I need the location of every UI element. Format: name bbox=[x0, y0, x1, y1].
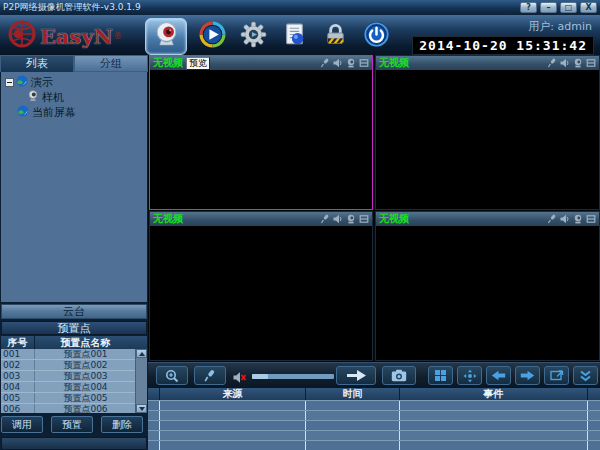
maximize-button[interactable]: □ bbox=[560, 2, 577, 13]
arrow-right-icon bbox=[520, 370, 535, 381]
preset-row[interactable]: 004 预置点004 bbox=[1, 382, 147, 393]
video-pane-2[interactable]: 无视频 bbox=[375, 55, 600, 210]
logo-text: EasyN bbox=[40, 24, 113, 49]
dome-camera-icon[interactable] bbox=[346, 58, 356, 68]
window-title: P2P网络摄像机管理软件-v3.0.1.9 bbox=[3, 1, 517, 14]
collapse-icon[interactable] bbox=[5, 78, 14, 87]
pane-header: 无视频 bbox=[376, 56, 599, 70]
snapshot-button[interactable] bbox=[382, 366, 416, 385]
ptz-panel-button[interactable]: 云台 bbox=[1, 304, 147, 319]
preset-row[interactable]: 003 预置点003 bbox=[1, 371, 147, 382]
video-pane-3[interactable]: 无视频 bbox=[149, 211, 373, 361]
mic-icon[interactable] bbox=[320, 214, 330, 224]
fullscreen-pan-button[interactable] bbox=[457, 366, 482, 385]
user-label: 用户: admin bbox=[528, 19, 592, 34]
event-row[interactable] bbox=[148, 400, 600, 410]
preview-button[interactable] bbox=[145, 18, 187, 55]
expand-events-button[interactable] bbox=[573, 366, 598, 385]
preset-row[interactable]: 006 预置点006 bbox=[1, 404, 147, 413]
no-video-label: 无视频 bbox=[153, 212, 183, 226]
preset-call-button[interactable]: 调用 bbox=[1, 416, 43, 433]
pane-header: 无视频 bbox=[376, 212, 599, 226]
mic-icon[interactable] bbox=[547, 214, 557, 224]
mic-icon[interactable] bbox=[547, 58, 557, 68]
header: EasyN ® bbox=[0, 15, 600, 55]
prev-page-button[interactable] bbox=[486, 366, 511, 385]
tree-item-demo[interactable]: 演示 bbox=[1, 75, 147, 90]
event-row[interactable] bbox=[148, 420, 600, 430]
event-row[interactable] bbox=[148, 440, 600, 450]
cycle-button[interactable] bbox=[544, 366, 569, 385]
next-page-button[interactable] bbox=[515, 366, 540, 385]
logo-globe-icon bbox=[8, 20, 36, 52]
lock-button[interactable] bbox=[319, 20, 351, 52]
lock-icon bbox=[323, 22, 348, 51]
play-icon bbox=[199, 21, 226, 52]
tree-item-camera[interactable]: 样机 bbox=[1, 90, 147, 105]
window-icon[interactable] bbox=[359, 58, 369, 68]
window-icon[interactable] bbox=[586, 58, 596, 68]
tree-item-current-screen[interactable]: 当前屏幕 bbox=[1, 105, 147, 120]
minimize-button[interactable]: – bbox=[540, 2, 557, 13]
exit-button[interactable] bbox=[360, 20, 392, 52]
event-col-source: 来源 bbox=[160, 388, 306, 400]
scroll-down-icon[interactable] bbox=[136, 404, 147, 413]
arrow-icon bbox=[345, 369, 367, 382]
video-canvas[interactable] bbox=[376, 226, 599, 360]
preset-panel-title: 预置点 bbox=[1, 321, 147, 335]
video-canvas[interactable] bbox=[150, 70, 372, 209]
preset-scrollbar[interactable] bbox=[135, 349, 147, 413]
help-button[interactable]: ? bbox=[520, 2, 537, 13]
pane-header: 无视频 预览 bbox=[150, 56, 372, 70]
speaker-icon[interactable] bbox=[560, 214, 570, 224]
preset-set-button[interactable]: 预置 bbox=[51, 416, 93, 433]
event-row[interactable] bbox=[148, 430, 600, 440]
preset-row[interactable]: 005 预置点005 bbox=[1, 393, 147, 404]
grid-view-button[interactable] bbox=[428, 366, 453, 385]
preset-row[interactable]: 002 预置点002 bbox=[1, 360, 147, 371]
digital-zoom-button[interactable] bbox=[156, 366, 188, 385]
cycle-icon bbox=[550, 369, 564, 382]
settings-button[interactable] bbox=[237, 20, 269, 52]
dome-camera-icon[interactable] bbox=[573, 214, 583, 224]
event-row[interactable] bbox=[148, 410, 600, 420]
tab-group[interactable]: 分组 bbox=[74, 55, 148, 72]
close-button[interactable]: X bbox=[580, 2, 597, 13]
speaker-icon[interactable] bbox=[333, 214, 343, 224]
dome-camera-icon[interactable] bbox=[346, 214, 356, 224]
mic-icon bbox=[203, 369, 217, 383]
window-icon[interactable] bbox=[586, 214, 596, 224]
preset-delete-button[interactable]: 删除 bbox=[101, 416, 143, 433]
power-icon bbox=[363, 21, 390, 52]
log-button[interactable] bbox=[278, 20, 310, 52]
mute-speaker-icon[interactable] bbox=[233, 369, 247, 388]
preview-tooltip: 预览 bbox=[186, 57, 210, 70]
window-icon[interactable] bbox=[359, 214, 369, 224]
preset-table: 序号 预置点名称 001 预置点001 002 预置点002 003 预置点00… bbox=[1, 336, 147, 413]
scroll-up-icon[interactable] bbox=[136, 349, 147, 358]
video-canvas[interactable] bbox=[150, 226, 372, 360]
alarm-arrow-button[interactable] bbox=[336, 366, 376, 385]
datetime-display: 2014-10-20 15:31:42 bbox=[412, 36, 594, 55]
video-toolbar bbox=[148, 362, 600, 388]
playback-button[interactable] bbox=[196, 20, 228, 52]
video-pane-4[interactable]: 无视频 bbox=[375, 211, 600, 361]
device-tree: 演示 样机 bbox=[1, 72, 147, 302]
no-video-label: 无视频 bbox=[379, 212, 409, 226]
tab-list[interactable]: 列表 bbox=[0, 55, 74, 72]
mic-icon[interactable] bbox=[320, 58, 330, 68]
video-canvas[interactable] bbox=[376, 70, 599, 209]
video-pane-1[interactable]: 无视频 预览 bbox=[149, 55, 373, 210]
arrow-left-icon bbox=[491, 370, 506, 381]
preset-col-name: 预置点名称 bbox=[35, 336, 136, 349]
preset-table-header: 序号 预置点名称 bbox=[1, 336, 147, 349]
event-col-event: 事件 bbox=[400, 388, 588, 400]
volume-slider[interactable] bbox=[252, 374, 334, 379]
preset-buttons: 调用 预置 删除 bbox=[0, 416, 148, 433]
dome-camera-icon[interactable] bbox=[573, 58, 583, 68]
speaker-icon[interactable] bbox=[560, 58, 570, 68]
no-video-label: 无视频 bbox=[379, 56, 409, 70]
preset-row[interactable]: 001 预置点001 bbox=[1, 349, 147, 360]
talk-button[interactable] bbox=[194, 366, 226, 385]
speaker-icon[interactable] bbox=[333, 58, 343, 68]
